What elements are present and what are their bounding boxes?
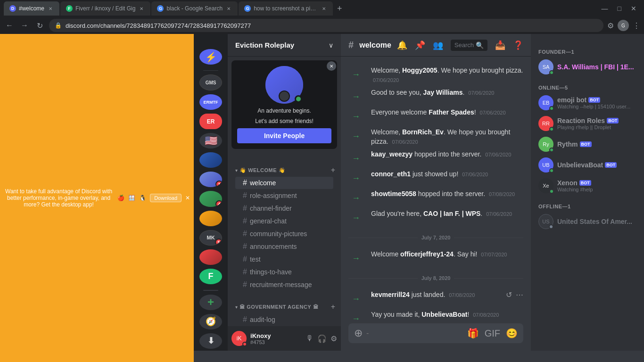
message-content: Welcome, BornRich_Ev. We hope you brough… [371, 128, 523, 146]
forward-button[interactable]: → [19, 21, 30, 30]
message-text: Welcome, Hoggy2005. We hope you brought … [371, 66, 523, 83]
popup-close-button[interactable]: ✕ [327, 61, 336, 71]
server-icon-mk[interactable]: MK 5 [199, 230, 222, 246]
search-bar[interactable]: Search 🔍 [451, 40, 487, 51]
tab-fiverr[interactable]: F Fiverr / iknoxy / Edit Gig ✕ [60, 1, 150, 16]
member-unbelievaboat[interactable]: UB UnbelievaBoat BOT [535, 155, 640, 175]
server-icon-ermtf[interactable]: ERMTF [199, 94, 222, 110]
channel-settings-icon[interactable]: ⚙ [323, 179, 330, 187]
extensions-icon[interactable]: ⚙ [607, 21, 614, 30]
pin-icon[interactable]: 📌 [415, 40, 425, 50]
emoji-icon[interactable]: 😊 [506, 328, 518, 339]
message-content: Good to see you, Jay Williams. 07/06/202… [371, 88, 523, 98]
message-add-file-icon[interactable]: ⊕ [354, 323, 363, 343]
maximize-button[interactable]: □ [614, 5, 625, 12]
message-text: Welcome, BornRich_Ev. We hope you brough… [371, 128, 510, 145]
download-button[interactable]: Download [150, 194, 182, 202]
message-content: kaay_weezyy hopped into the server. 07/0… [371, 150, 523, 159]
minimize-button[interactable]: — [598, 5, 612, 12]
join-icon: → [348, 210, 363, 225]
tab-google-screenshot-close[interactable]: ✕ [321, 5, 327, 12]
address-bar[interactable]: 🔒 discord.com/channels/72834891776209727… [49, 19, 603, 32]
server-icon-discord-home[interactable]: ⚡ [199, 49, 222, 65]
date-line [348, 278, 418, 279]
server-header[interactable]: Eviction Roleplay ∨ [228, 34, 341, 57]
channel-community-pictures[interactable]: # community-pictures [235, 228, 333, 240]
channel-hash-icon: # [243, 255, 247, 263]
server-icon-colored2[interactable]: 1 [199, 172, 222, 187]
category-welcome-add-icon[interactable]: + [331, 166, 335, 174]
invite-people-button[interactable]: Invite People [237, 128, 331, 143]
close-window-button[interactable]: ✕ [627, 5, 640, 12]
channel-add-member-icon[interactable]: 👤 [314, 179, 322, 187]
channel-role-assignment[interactable]: # role-assignment [235, 189, 333, 202]
server-icon-colored3[interactable]: 4 [199, 191, 222, 206]
message-input-icons: 🎁 GIF 😊 [467, 328, 518, 339]
refresh-button[interactable]: ↻ [34, 21, 45, 30]
more-actions-icon[interactable]: ⋯ [516, 290, 523, 299]
member-reaction-roles-avatar: RR [538, 116, 553, 131]
gif-icon[interactable]: GIF [485, 328, 500, 339]
channel-welcome[interactable]: # welcome 👤 ⚙ [235, 177, 333, 189]
members-category-founder: FOUNDER—1 [535, 41, 640, 57]
notifications-icon[interactable]: 🔔 [397, 40, 407, 50]
tab-google-screenshot[interactable]: G how to screenshot a picture on | ✕ [239, 1, 333, 16]
popup-online-indicator [295, 95, 302, 103]
member-emoji-bot[interactable]: EB emoji bot BOT Watching --help | 15410… [535, 92, 640, 113]
server-icon-dark[interactable] [199, 249, 222, 265]
server-icon-colored4[interactable] [199, 211, 222, 226]
server-icon-flag[interactable]: 🇺🇸 [199, 133, 222, 148]
new-tab-button[interactable]: + [334, 3, 345, 14]
tab-discord[interactable]: D #welcome ✕ [4, 1, 59, 16]
reaction-icon[interactable]: ↺ [506, 290, 512, 299]
member-usa[interactable]: US United States Of Amer... [535, 211, 640, 232]
server-icon-gms[interactable]: GMS [199, 74, 222, 90]
server-explore-button[interactable]: 🧭 [199, 314, 222, 329]
server-icon-colored1[interactable] [199, 152, 222, 168]
tab-google-black-close[interactable]: ✕ [225, 5, 232, 12]
microphone-icon[interactable]: 🎙 [306, 334, 314, 343]
category-government-header[interactable]: ▾ 🏛 GOVERNMENT AGENCY 🏛 + [231, 301, 337, 313]
channel-role-assignment-label: role-assignment [250, 192, 330, 199]
headset-icon[interactable]: 🎧 [317, 334, 327, 343]
member-reaction-roles[interactable]: RR Reaction Roles BOT Playing r!help || … [535, 113, 640, 134]
member-xenon-status [549, 189, 554, 194]
members-icon[interactable]: 👥 [433, 40, 443, 50]
tab-fiverr-favicon: F [66, 5, 73, 12]
message-content: connor_eth1 just showed up! 07/06/2020 [371, 170, 523, 179]
member-rythm[interactable]: Ry Rythm BOT [535, 134, 640, 155]
browser-menu-icon[interactable]: ⋮ [633, 21, 640, 30]
back-button[interactable]: ← [4, 21, 15, 30]
channel-things-to-have[interactable]: # things-to-have [235, 266, 333, 278]
user-settings-icon[interactable]: ⚙ [330, 334, 337, 343]
category-government-add-icon[interactable]: + [331, 303, 335, 311]
channel-announcements[interactable]: # announcements [235, 240, 333, 253]
member-emoji-bot-avatar: EB [538, 95, 553, 110]
channel-general-chat[interactable]: # general-chat [235, 215, 333, 227]
server-icon-fiverr[interactable]: F [199, 269, 222, 284]
tab-google-black[interactable]: G black - Google Search ✕ [151, 1, 238, 16]
inbox-icon[interactable]: 📥 [495, 40, 505, 50]
category-welcome-header[interactable]: ▾ 👋 WELCOME 👋 + [231, 164, 337, 176]
tab-discord-close[interactable]: ✕ [47, 5, 54, 12]
channel-test[interactable]: # test [235, 253, 333, 265]
guest-avatar[interactable]: G [618, 20, 629, 31]
server-download-button[interactable]: ⬇ [199, 333, 222, 349]
channels-list: ▾ 👋 WELCOME 👋 + # welcome 👤 ⚙ # role-ass… [228, 153, 341, 326]
banner-close-button[interactable]: ✕ [185, 195, 190, 201]
member-xenon[interactable]: Xe Xenon BOT Watching #help [535, 175, 640, 196]
message-text: Yay you made it, UnbelievaBoat! 07/08/20… [371, 311, 499, 318]
server-icon-er[interactable]: ER [199, 114, 222, 129]
member-sa-williams[interactable]: SA S.A. Williams | FBI | 1E... [535, 57, 640, 77]
message-input[interactable] [366, 323, 463, 343]
members-category-online: ONLINE—5 [535, 77, 640, 92]
help-icon[interactable]: ❓ [513, 40, 523, 50]
server-add-button[interactable]: + [199, 295, 222, 310]
lock-icon: 🔒 [55, 22, 62, 29]
channel-hash-icon: # [243, 204, 247, 213]
gift-icon[interactable]: 🎁 [467, 328, 479, 339]
tab-fiverr-close[interactable]: ✕ [138, 5, 145, 12]
channel-channel-finder[interactable]: # channel-finder [235, 202, 333, 214]
channel-audit-log[interactable]: # audit-log [235, 313, 333, 326]
channel-recruitment-message[interactable]: # recruitment-message [235, 279, 333, 291]
